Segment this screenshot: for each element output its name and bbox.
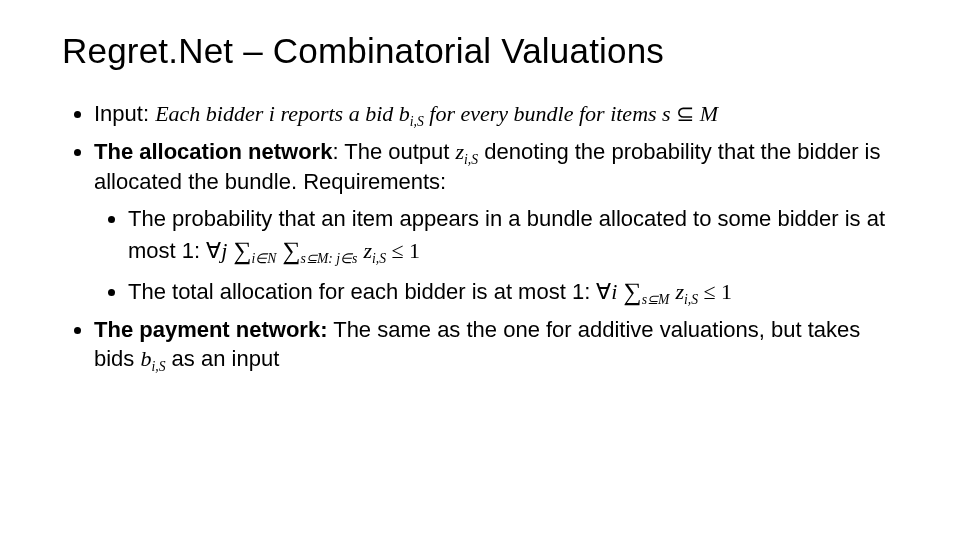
- text: as an input: [166, 346, 280, 371]
- text: for every bundle for items: [424, 101, 662, 126]
- sub-bullet-total-alloc: The total allocation for each bidder is …: [128, 275, 898, 308]
- sub-is: i,S: [684, 291, 698, 306]
- text: The total allocation for each bidder is …: [128, 279, 596, 304]
- sum-icon: ∑: [283, 236, 301, 264]
- sub-is: i,S: [464, 152, 478, 167]
- var-z: z: [456, 139, 465, 164]
- sum-sub: s⊆M: [642, 291, 670, 306]
- label-input: Input:: [94, 101, 155, 126]
- slide: Regret.Net – Combinatorial Valuations In…: [0, 0, 960, 540]
- bullet-allocation: The allocation network: The output zi,S …: [94, 138, 898, 308]
- sum-sub: i∈N: [252, 250, 277, 265]
- slide-title: Regret.Net – Combinatorial Valuations: [62, 28, 898, 74]
- var-m: M: [700, 101, 718, 126]
- var-b: b: [140, 346, 151, 371]
- var-b: b: [399, 101, 410, 126]
- sum-icon: ∑: [624, 277, 642, 305]
- sum-icon: ∑: [234, 236, 252, 264]
- sub-is: i,S: [372, 250, 386, 265]
- sub-bullet-item-prob: The probability that an item appears in …: [128, 205, 898, 267]
- leq-one: ≤ 1: [386, 237, 420, 262]
- forall: ∀: [206, 237, 221, 262]
- bullet-input: Input: Each bidder i reports a bid bi,S …: [94, 100, 898, 130]
- sub-list: The probability that an item appears in …: [94, 205, 898, 308]
- var-z: z: [363, 237, 372, 262]
- label-payment: The payment network:: [94, 317, 327, 342]
- leq-one: ≤ 1: [698, 279, 732, 304]
- sub-is: i,S: [410, 113, 424, 128]
- var-s: s: [662, 101, 671, 126]
- sub-is: i,S: [151, 358, 165, 373]
- label-allocation: The allocation network: [94, 139, 332, 164]
- bullet-list: Input: Each bidder i reports a bid bi,S …: [62, 100, 898, 376]
- bullet-payment: The payment network: The same as the one…: [94, 316, 898, 375]
- text: : The output: [332, 139, 455, 164]
- var-z: z: [675, 279, 684, 304]
- forall: ∀: [596, 279, 611, 304]
- text: Each bidder i reports a bid: [155, 101, 399, 126]
- sum-sub: s⊆M: j∈s: [301, 250, 358, 265]
- subset: ⊆: [671, 101, 700, 126]
